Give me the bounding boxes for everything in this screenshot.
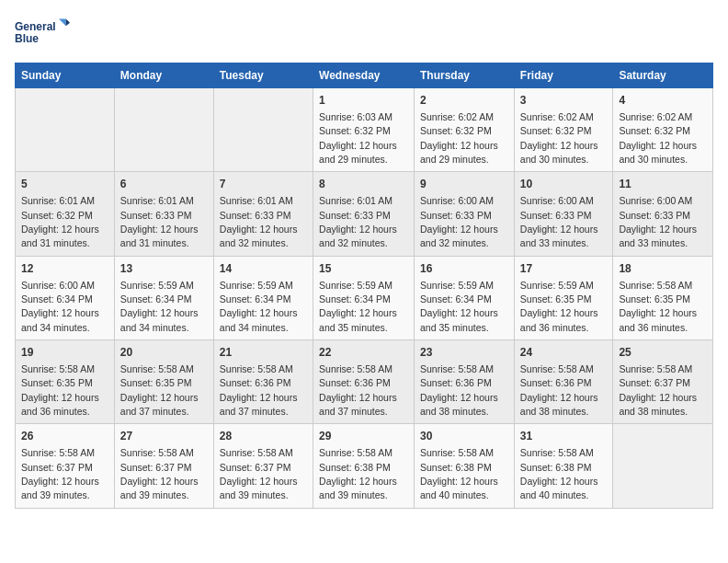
day-info: Sunrise: 5:58 AM Sunset: 6:38 PM Dayligh… (520, 447, 598, 500)
day-cell: 8Sunrise: 6:01 AM Sunset: 6:33 PM Daylig… (313, 172, 415, 256)
week-row-5: 26Sunrise: 5:58 AM Sunset: 6:37 PM Dayli… (16, 424, 713, 508)
day-info: Sunrise: 5:58 AM Sunset: 6:37 PM Dayligh… (220, 447, 298, 500)
col-header-sunday: Sunday (16, 63, 115, 88)
day-number: 1 (319, 93, 408, 109)
day-cell: 31Sunrise: 5:58 AM Sunset: 6:38 PM Dayli… (514, 424, 613, 508)
day-cell: 20Sunrise: 5:58 AM Sunset: 6:35 PM Dayli… (114, 340, 213, 424)
week-row-4: 19Sunrise: 5:58 AM Sunset: 6:35 PM Dayli… (16, 340, 713, 424)
day-cell: 25Sunrise: 5:58 AM Sunset: 6:37 PM Dayli… (613, 340, 713, 424)
svg-marker-3 (66, 19, 70, 27)
day-number: 21 (220, 345, 307, 361)
day-number: 20 (120, 345, 208, 361)
day-number: 13 (120, 261, 208, 277)
day-number: 30 (420, 429, 508, 444)
day-info: Sunrise: 6:00 AM Sunset: 6:33 PM Dayligh… (619, 195, 697, 248)
day-info: Sunrise: 5:58 AM Sunset: 6:38 PM Dayligh… (319, 447, 397, 500)
svg-text:Blue: Blue (15, 32, 39, 45)
day-cell: 24Sunrise: 5:58 AM Sunset: 6:36 PM Dayli… (514, 340, 613, 424)
day-info: Sunrise: 5:58 AM Sunset: 6:36 PM Dayligh… (319, 363, 397, 417)
day-info: Sunrise: 6:01 AM Sunset: 6:33 PM Dayligh… (319, 195, 397, 248)
day-info: Sunrise: 5:59 AM Sunset: 6:34 PM Dayligh… (420, 280, 498, 333)
day-number: 15 (319, 261, 408, 277)
day-number: 8 (319, 177, 408, 192)
day-number: 22 (319, 345, 408, 361)
day-number: 31 (520, 429, 608, 444)
logo: General Blue (15, 15, 70, 52)
week-row-1: 1Sunrise: 6:03 AM Sunset: 6:32 PM Daylig… (16, 88, 713, 172)
day-cell (213, 88, 313, 172)
day-number: 3 (520, 93, 608, 109)
day-info: Sunrise: 6:01 AM Sunset: 6:32 PM Dayligh… (21, 195, 99, 248)
day-cell: 30Sunrise: 5:58 AM Sunset: 6:38 PM Dayli… (415, 424, 515, 508)
day-cell: 2Sunrise: 6:02 AM Sunset: 6:32 PM Daylig… (415, 88, 515, 172)
day-cell: 29Sunrise: 5:58 AM Sunset: 6:38 PM Dayli… (313, 424, 415, 508)
day-info: Sunrise: 5:58 AM Sunset: 6:36 PM Dayligh… (420, 363, 498, 417)
day-number: 29 (319, 429, 408, 444)
day-cell: 11Sunrise: 6:00 AM Sunset: 6:33 PM Dayli… (613, 172, 713, 256)
day-info: Sunrise: 5:58 AM Sunset: 6:38 PM Dayligh… (420, 447, 498, 500)
day-info: Sunrise: 5:58 AM Sunset: 6:37 PM Dayligh… (21, 447, 99, 500)
day-cell: 16Sunrise: 5:59 AM Sunset: 6:34 PM Dayli… (415, 256, 515, 339)
day-number: 19 (21, 345, 108, 361)
day-info: Sunrise: 5:59 AM Sunset: 6:35 PM Dayligh… (520, 280, 598, 333)
day-cell: 5Sunrise: 6:01 AM Sunset: 6:32 PM Daylig… (16, 172, 115, 256)
day-cell: 10Sunrise: 6:00 AM Sunset: 6:33 PM Dayli… (514, 172, 613, 256)
day-cell (613, 424, 713, 508)
day-cell (16, 88, 115, 172)
day-info: Sunrise: 5:58 AM Sunset: 6:36 PM Dayligh… (520, 363, 598, 417)
week-row-2: 5Sunrise: 6:01 AM Sunset: 6:32 PM Daylig… (16, 172, 713, 256)
day-number: 14 (220, 261, 307, 277)
day-cell: 27Sunrise: 5:58 AM Sunset: 6:37 PM Dayli… (114, 424, 213, 508)
day-number: 27 (120, 429, 208, 444)
day-cell: 21Sunrise: 5:58 AM Sunset: 6:36 PM Dayli… (213, 340, 313, 424)
day-cell: 19Sunrise: 5:58 AM Sunset: 6:35 PM Dayli… (16, 340, 115, 424)
day-info: Sunrise: 6:00 AM Sunset: 6:33 PM Dayligh… (520, 195, 598, 248)
day-header-row: SundayMondayTuesdayWednesdayThursdayFrid… (16, 63, 713, 88)
col-header-wednesday: Wednesday (313, 63, 415, 88)
day-info: Sunrise: 5:58 AM Sunset: 6:35 PM Dayligh… (21, 363, 99, 417)
day-cell: 23Sunrise: 5:58 AM Sunset: 6:36 PM Dayli… (415, 340, 515, 424)
day-info: Sunrise: 5:58 AM Sunset: 6:35 PM Dayligh… (619, 280, 697, 333)
day-number: 2 (420, 93, 508, 109)
day-number: 17 (520, 261, 608, 277)
day-cell: 15Sunrise: 5:59 AM Sunset: 6:34 PM Dayli… (313, 256, 415, 339)
page-header: General Blue (15, 15, 713, 52)
day-number: 26 (21, 429, 108, 444)
day-number: 4 (619, 93, 707, 109)
day-info: Sunrise: 5:59 AM Sunset: 6:34 PM Dayligh… (319, 280, 397, 333)
day-cell: 26Sunrise: 5:58 AM Sunset: 6:37 PM Dayli… (16, 424, 115, 508)
day-number: 18 (619, 261, 707, 277)
day-number: 7 (220, 177, 307, 192)
day-info: Sunrise: 5:58 AM Sunset: 6:35 PM Dayligh… (120, 363, 199, 417)
day-info: Sunrise: 6:02 AM Sunset: 6:32 PM Dayligh… (420, 111, 498, 165)
week-row-3: 12Sunrise: 6:00 AM Sunset: 6:34 PM Dayli… (16, 256, 713, 339)
day-cell: 18Sunrise: 5:58 AM Sunset: 6:35 PM Dayli… (613, 256, 713, 339)
logo-svg: General Blue (15, 15, 70, 52)
day-cell: 6Sunrise: 6:01 AM Sunset: 6:33 PM Daylig… (114, 172, 213, 256)
day-info: Sunrise: 5:58 AM Sunset: 6:37 PM Dayligh… (619, 363, 697, 417)
day-info: Sunrise: 5:59 AM Sunset: 6:34 PM Dayligh… (220, 280, 298, 333)
day-number: 11 (619, 177, 707, 192)
day-number: 9 (420, 177, 508, 192)
day-number: 28 (220, 429, 307, 444)
col-header-tuesday: Tuesday (213, 63, 313, 88)
svg-marker-2 (59, 19, 66, 27)
day-number: 24 (520, 345, 608, 361)
day-number: 16 (420, 261, 508, 277)
col-header-monday: Monday (114, 63, 213, 88)
day-number: 12 (21, 261, 108, 277)
svg-text:General: General (15, 20, 56, 33)
day-number: 6 (120, 177, 208, 192)
day-cell: 9Sunrise: 6:00 AM Sunset: 6:33 PM Daylig… (415, 172, 515, 256)
day-info: Sunrise: 6:01 AM Sunset: 6:33 PM Dayligh… (120, 195, 199, 248)
day-cell: 12Sunrise: 6:00 AM Sunset: 6:34 PM Dayli… (16, 256, 115, 339)
day-cell: 7Sunrise: 6:01 AM Sunset: 6:33 PM Daylig… (213, 172, 313, 256)
col-header-thursday: Thursday (415, 63, 515, 88)
day-number: 5 (21, 177, 108, 192)
day-number: 23 (420, 345, 508, 361)
day-number: 10 (520, 177, 608, 192)
col-header-friday: Friday (514, 63, 613, 88)
day-info: Sunrise: 6:03 AM Sunset: 6:32 PM Dayligh… (319, 111, 397, 165)
day-info: Sunrise: 6:02 AM Sunset: 6:32 PM Dayligh… (619, 111, 697, 165)
day-info: Sunrise: 6:00 AM Sunset: 6:34 PM Dayligh… (21, 280, 99, 333)
